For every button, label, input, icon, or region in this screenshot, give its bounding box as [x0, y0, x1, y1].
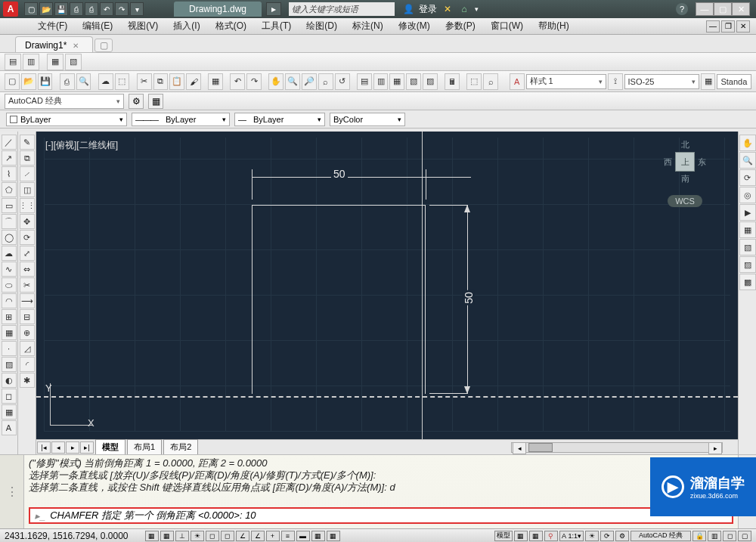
polar-toggle[interactable]: ☀	[191, 531, 204, 541]
ducs-toggle[interactable]: ∠	[251, 531, 265, 541]
viewcube-south[interactable]: 南	[681, 173, 689, 184]
tab-prev-icon[interactable]: ◂	[51, 441, 65, 454]
osnap-toggle[interactable]: ◻	[206, 531, 219, 541]
blockeditor-icon[interactable]: ▦	[208, 73, 223, 90]
maximize-button[interactable]: ▢	[714, 2, 732, 16]
menu-edit[interactable]: 编辑(E)	[75, 20, 120, 33]
calc-icon[interactable]: 🖩	[445, 73, 460, 90]
table-icon[interactable]: ▦	[2, 404, 17, 420]
scale-icon[interactable]: ⤢	[20, 246, 35, 261]
revcloud-icon[interactable]: ☁	[2, 246, 17, 261]
new-tab-button[interactable]: ▢	[94, 39, 113, 52]
new-icon[interactable]: ▢	[24, 2, 38, 16]
workspace-gear-icon[interactable]: ⚙	[129, 94, 144, 109]
quickview-drawings-icon[interactable]: ▦	[529, 531, 543, 541]
preview-icon[interactable]: 🔍	[76, 73, 91, 90]
model-paper-btn[interactable]: 模型	[494, 531, 513, 541]
layer-iso-icon[interactable]: ▤	[5, 54, 21, 70]
doc-restore-button[interactable]: ❐	[721, 20, 735, 33]
menu-dimension[interactable]: 标注(N)	[345, 20, 391, 33]
rotate-icon[interactable]: ⟳	[20, 230, 35, 245]
layer-combo[interactable]: ByLayer ▾	[6, 113, 127, 126]
menu-help[interactable]: 帮助(H)	[531, 20, 577, 33]
menu-view[interactable]: 视图(V)	[120, 20, 166, 33]
region-icon[interactable]: ◻	[2, 389, 17, 404]
extend-icon[interactable]: ⟶	[20, 293, 35, 308]
open-file-icon[interactable]: 📂	[21, 73, 36, 90]
arc-icon[interactable]: ⌒	[2, 214, 17, 229]
linetype-combo[interactable]: ——— ByLayer ▾	[132, 113, 230, 126]
ellipse-icon[interactable]: ⬭	[2, 277, 17, 293]
workspace-switch-icon[interactable]: ⚙	[615, 531, 629, 541]
menu-insert[interactable]: 插入(I)	[166, 20, 207, 33]
open-icon[interactable]: 📂	[39, 2, 53, 16]
polygon-icon[interactable]: ⬠	[2, 182, 17, 197]
exchange-icon[interactable]: ✕	[442, 3, 454, 15]
view-label[interactable]: [-][俯视][二维线框]	[45, 139, 118, 152]
toolbar-lock-icon[interactable]: 🔒	[692, 531, 706, 541]
insert-icon[interactable]: ⊞	[2, 309, 17, 324]
scrollbar-thumb[interactable]	[528, 443, 553, 452]
saveas-icon[interactable]: ⎙	[70, 2, 83, 16]
viewcube-east[interactable]: 东	[698, 156, 706, 168]
tab-layout1[interactable]: 布局1	[127, 439, 162, 455]
redo-tool-icon[interactable]: ↷	[246, 73, 262, 90]
spline-icon[interactable]: ∿	[2, 262, 17, 277]
3dprint-icon[interactable]: ⬚	[115, 73, 130, 90]
erase-icon[interactable]: ✎	[20, 135, 35, 150]
textstyle-icon[interactable]: A	[510, 73, 525, 90]
tablestyle-icon[interactable]: ▦	[701, 73, 716, 90]
offset-icon[interactable]: ◫	[20, 182, 35, 197]
sheetset-icon[interactable]: ▧	[406, 73, 421, 90]
tab-model[interactable]: 模型	[95, 439, 125, 455]
hardware-accel-icon[interactable]: ▥	[708, 531, 721, 541]
undo-tool-icon[interactable]: ↶	[230, 73, 245, 90]
select-similar-icon[interactable]: ⬚	[466, 73, 482, 90]
help-icon[interactable]: ?	[676, 3, 688, 15]
explode-icon[interactable]: ✱	[20, 373, 35, 388]
save-file-icon[interactable]: 💾	[38, 73, 53, 90]
matchprops-icon[interactable]: 🖌	[186, 73, 201, 90]
doc-close-button[interactable]: ✕	[736, 20, 750, 33]
menu-window[interactable]: 窗口(W)	[483, 20, 531, 33]
doc-minimize-button[interactable]: —	[706, 20, 720, 33]
isolate-icon[interactable]: ◻	[723, 531, 736, 541]
copy-icon[interactable]: ⧉	[153, 73, 169, 90]
qat-dropdown-icon[interactable]: ▾	[130, 2, 144, 16]
nav-showmotion-icon[interactable]: ▶	[739, 204, 756, 221]
redo-icon[interactable]: ↷	[115, 2, 129, 16]
nav-orbit-icon[interactable]: ⟳	[739, 169, 756, 186]
nav-more4-icon[interactable]: ▩	[739, 274, 756, 290]
move-icon[interactable]: ✥	[20, 214, 35, 229]
toolpalettes-icon[interactable]: ▦	[389, 73, 404, 90]
annotation-scale[interactable]: A 1:1▾	[559, 531, 584, 541]
publish-icon[interactable]: ☁	[98, 73, 113, 90]
copy2-icon[interactable]: ⧉	[20, 150, 35, 166]
pline-icon[interactable]: ⌇	[2, 166, 17, 181]
menu-tools[interactable]: 工具(T)	[254, 20, 299, 33]
minimize-button[interactable]: —	[696, 2, 714, 16]
menu-modify[interactable]: 修改(M)	[391, 20, 438, 33]
textstyle-combo[interactable]: 样式 1▾	[526, 74, 606, 89]
dimstyle-combo[interactable]: ISO-25▾	[624, 74, 699, 89]
tab-next-icon[interactable]: ▸	[66, 441, 79, 454]
gradient-icon[interactable]: ◐	[2, 373, 17, 388]
title-dropdown-icon[interactable]: ▸	[266, 2, 281, 16]
viewport-icon[interactable]: ▦	[47, 54, 64, 70]
quickview-layouts-icon[interactable]: ▦	[514, 531, 528, 541]
block-icon[interactable]: ▦	[2, 325, 17, 340]
print-icon[interactable]: ⎙	[60, 73, 75, 90]
hatch-icon[interactable]: ▨	[2, 357, 17, 372]
ann-vis-icon[interactable]: ☀	[585, 531, 599, 541]
layer-icon[interactable]: ▥	[23, 54, 39, 70]
ann-auto-icon[interactable]: ⟳	[600, 531, 614, 541]
document-tab[interactable]: Drawing1* ✕	[15, 36, 93, 52]
dimstyle-icon[interactable]: ⟟	[608, 73, 623, 90]
markup-icon[interactable]: ▨	[423, 73, 438, 90]
nav-zoom-icon[interactable]: 🔍	[739, 152, 756, 169]
command-input[interactable]: ▸_ CHAMFER 指定 第一个 倒角距离 <0.0000>: 10	[29, 507, 733, 524]
nav-more3-icon[interactable]: ▨	[739, 256, 756, 273]
login-link[interactable]: 登录	[419, 3, 437, 16]
zoom-realtime-icon[interactable]: 🔎	[302, 73, 317, 90]
app-logo-icon[interactable]: A	[3, 2, 18, 17]
